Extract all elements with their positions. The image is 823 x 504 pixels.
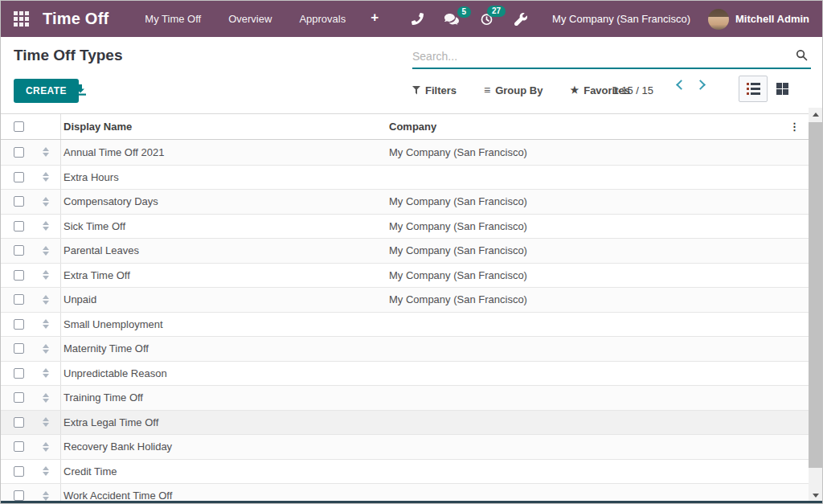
display-name-cell[interactable]: Recovery Bank Holiday [61,440,389,453]
menu-approvals[interactable]: Approvals [285,2,359,36]
row-checkbox[interactable] [14,245,24,256]
phone-icon[interactable] [401,5,434,33]
display-name-cell[interactable]: Unpaid [61,293,389,305]
drag-sort-icon[interactable] [43,442,49,452]
column-header-company[interactable]: Company [389,121,810,133]
menu-overview[interactable]: Overview [215,2,285,36]
display-name-cell[interactable]: Extra Hours [61,171,389,183]
drag-sort-icon[interactable] [43,368,49,378]
table-row[interactable]: Annual Time Off 2021 My Company (San Fra… [1,140,810,165]
table-row[interactable]: Unpaid My Company (San Francisco) [1,287,810,312]
vertical-scrollbar[interactable] [809,108,822,502]
display-name-cell[interactable]: Maternity Time Off [61,342,389,354]
display-name-cell[interactable]: Parental Leaves [61,244,389,256]
drag-sort-icon[interactable] [43,147,49,157]
activities-icon[interactable]: 27 [469,4,504,34]
filters-button[interactable]: Filters [412,84,457,96]
row-checkbox[interactable] [14,147,24,158]
user-avatar[interactable] [708,9,729,30]
drag-sort-icon[interactable] [43,295,49,305]
company-cell[interactable]: My Company (San Francisco) [389,293,810,305]
company-cell[interactable]: My Company (San Francisco) [389,220,810,232]
apps-menu-icon[interactable] [14,11,30,27]
display-name-cell[interactable]: Small Unemployment [61,318,389,330]
menu-my-time-off[interactable]: My Time Off [131,2,215,36]
tools-icon[interactable] [504,5,538,34]
table-row[interactable]: Training Time Off [1,385,810,410]
drag-sort-icon[interactable] [43,491,49,501]
row-checkbox[interactable] [14,270,24,281]
time-off-types-table: Display Name Company ⋮ Annual Time Off 2… [1,113,810,504]
display-name-cell[interactable]: Sick Time Off [61,220,389,232]
group-by-button[interactable]: ≡ Group By [484,84,543,96]
table-row[interactable]: Credit Time [1,459,810,484]
display-name-cell[interactable]: Compensatory Days [61,195,389,207]
kanban-view-button[interactable] [768,76,796,102]
drag-sort-icon[interactable] [43,221,49,231]
table-row[interactable]: Parental Leaves My Company (San Francisc… [1,238,810,263]
table-row[interactable]: Small Unemployment [1,312,810,337]
display-name-cell[interactable]: Unpredictable Reason [61,367,389,379]
table-row[interactable]: Extra Legal Time Off [1,410,810,435]
row-checkbox[interactable] [14,417,24,428]
user-menu[interactable]: Mitchell Admin [729,13,822,25]
drag-sort-icon[interactable] [43,319,49,329]
scrollbar-thumb[interactable] [809,122,822,468]
table-row[interactable]: Compensatory Days My Company (San Franci… [1,189,810,214]
top-navbar: Time Off My Time Off Overview Approvals … [1,1,822,37]
kanban-view-icon [776,83,788,95]
display-name-cell[interactable]: Extra Time Off [61,269,389,281]
scroll-up-arrow[interactable] [809,108,822,121]
pager-next-button[interactable] [697,79,708,90]
row-checkbox[interactable] [14,490,24,501]
table-row[interactable]: Extra Time Off My Company (San Francisco… [1,263,810,288]
display-name-cell[interactable]: Annual Time Off 2021 [61,146,389,158]
app-title[interactable]: Time Off [43,10,109,28]
table-row[interactable]: Sick Time Off My Company (San Francisco) [1,214,810,239]
row-checkbox[interactable] [14,172,24,182]
row-checkbox[interactable] [14,368,24,379]
row-checkbox[interactable] [14,294,24,305]
drag-sort-icon[interactable] [43,197,49,207]
display-name-cell[interactable]: Training Time Off [61,391,389,404]
select-all-checkbox[interactable] [14,121,24,132]
row-checkbox[interactable] [14,196,24,207]
table-row[interactable]: Maternity Time Off [1,336,810,361]
pager-previous-button[interactable] [674,79,686,90]
row-checkbox-cell [1,392,31,403]
row-checkbox[interactable] [14,221,24,232]
list-view-button[interactable] [739,76,768,102]
table-row[interactable]: Recovery Bank Holiday [1,434,810,459]
drag-sort-icon[interactable] [43,417,49,427]
optional-columns-icon[interactable]: ⋮ [789,120,800,134]
add-menu-icon[interactable]: + [359,2,390,36]
row-checkbox[interactable] [14,343,24,354]
export-download-icon[interactable] [75,84,86,98]
company-cell[interactable]: My Company (San Francisco) [389,146,810,158]
display-name-cell[interactable]: Extra Legal Time Off [61,416,389,428]
company-switcher[interactable]: My Company (San Francisco) [538,13,708,25]
row-checkbox[interactable] [14,466,24,477]
row-checkbox[interactable] [14,319,24,330]
column-header-display-name[interactable]: Display Name [61,121,389,133]
display-name-cell[interactable]: Work Accident Time Off [61,490,389,502]
display-name-cell[interactable]: Credit Time [61,465,389,477]
company-cell[interactable]: My Company (San Francisco) [389,244,810,256]
row-checkbox[interactable] [14,441,24,452]
table-row[interactable]: Extra Hours [1,165,810,190]
messages-icon[interactable]: 5 [434,5,469,34]
drag-sort-icon[interactable] [43,246,49,256]
company-cell[interactable]: My Company (San Francisco) [389,195,810,207]
drag-sort-icon[interactable] [43,393,49,403]
drag-sort-icon[interactable] [43,270,49,280]
drag-sort-icon[interactable] [43,466,49,476]
window-bottom-edge [1,501,822,503]
search-input[interactable] [412,50,796,63]
company-cell[interactable]: My Company (San Francisco) [389,269,810,281]
create-button[interactable]: CREATE [14,79,79,103]
row-checkbox[interactable] [14,392,24,403]
table-row[interactable]: Unpredictable Reason [1,361,810,386]
drag-sort-icon[interactable] [43,344,49,354]
search-icon[interactable] [796,49,808,64]
drag-sort-icon[interactable] [43,172,49,182]
